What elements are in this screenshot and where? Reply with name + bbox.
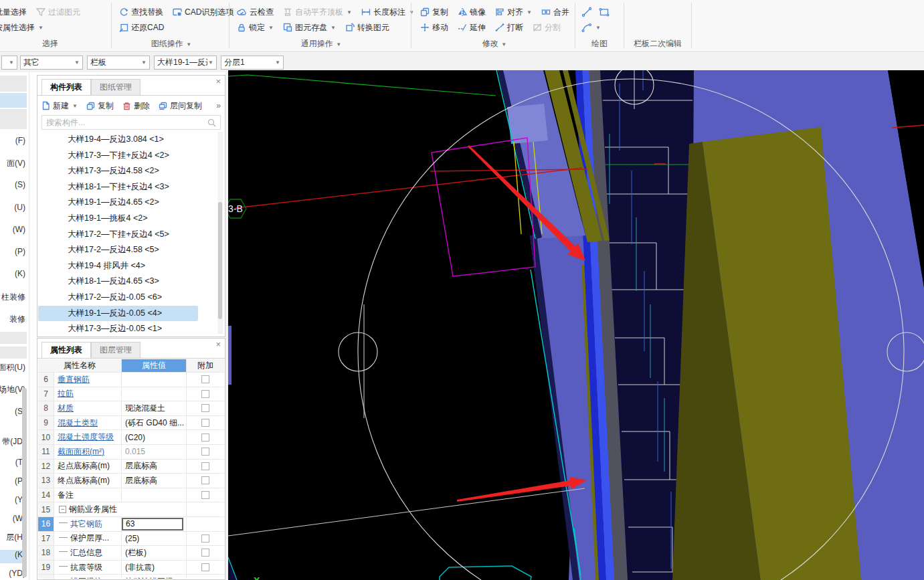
tab-drawing-management[interactable]: 图纸管理	[91, 79, 141, 95]
close-icon[interactable]: ×	[215, 340, 221, 349]
lock-button[interactable]: 锁定 ▼	[237, 22, 274, 33]
list-item[interactable]: 大样17-3—反边4.58 <2>	[38, 163, 215, 179]
list-item-selected[interactable]: 大样19-1—反边-0.05 <4>	[38, 306, 198, 322]
list-item[interactable]: 大样18-1—反边4.65 <3>	[38, 274, 215, 290]
nav-item[interactable]: 面积(U)	[0, 362, 27, 375]
checkbox[interactable]	[201, 476, 209, 484]
list-item[interactable]: 大样17-3—下挂+反边4 <2>	[38, 148, 215, 164]
element-type-dropdown[interactable]: 栏板 ▼	[87, 56, 150, 70]
collapse-icon[interactable]: −	[59, 506, 66, 513]
mini-dropdown[interactable]: ▼	[1, 56, 17, 70]
select-by-property-button[interactable]: 按属性选择 ▼	[0, 22, 43, 33]
mirror-button[interactable]: 镜像	[458, 7, 486, 18]
property-row[interactable]: 9 混凝土类型 (砾石 GD40 细...	[38, 416, 224, 431]
nav-group-header[interactable]	[0, 332, 27, 344]
tab-component-list[interactable]: 构件列表	[41, 79, 91, 95]
property-row[interactable]: 6 垂直钢筋	[38, 373, 224, 387]
extend-button[interactable]: 延伸	[458, 22, 486, 33]
list-item[interactable]: 大样17-2—反边-0.05 <6>	[38, 290, 215, 306]
header-property-value[interactable]: 属性值	[122, 359, 187, 372]
drawing-canvas[interactable]: 3-B X	[228, 70, 924, 580]
layer-dropdown[interactable]: 分层1 ▼	[221, 56, 284, 70]
checkbox[interactable]	[201, 390, 209, 398]
checkbox[interactable]	[201, 375, 209, 383]
nav-group-header[interactable]	[0, 347, 27, 359]
tab-property-list[interactable]: 属性列表	[41, 342, 91, 358]
delete-component-button[interactable]: 删除	[122, 100, 150, 112]
checkbox[interactable]	[201, 491, 209, 499]
checkbox[interactable]	[201, 563, 209, 571]
batch-select-button[interactable]: 批量选择	[0, 7, 27, 18]
list-item[interactable]: 大样19-1—挑板4 <2>	[38, 211, 215, 227]
interlayer-copy-button[interactable]: 层间复制	[159, 100, 202, 112]
property-row[interactable]: 20 锚固搭接 按默认锚固搭...	[38, 575, 224, 579]
category-dropdown[interactable]: 其它 ▼	[20, 56, 83, 70]
nav-item[interactable]: (W)	[0, 225, 27, 238]
checkbox[interactable]	[201, 462, 209, 470]
property-row[interactable]: 8 材质 现浇混凝土	[38, 401, 224, 416]
checkbox[interactable]	[201, 448, 209, 456]
element-save-button[interactable]: 图元存盘 ▼	[283, 22, 336, 33]
group-modify-label[interactable]: 修改 ▼	[415, 38, 574, 50]
checkbox[interactable]	[201, 404, 209, 412]
nav-item[interactable]: (K)	[0, 269, 27, 282]
list-item[interactable]: 大样17-2—反边4.58 <5>	[38, 242, 215, 258]
restore-cad-button[interactable]: 还原CAD	[119, 22, 164, 33]
nav-item[interactable]: 柱装修	[0, 292, 27, 305]
move-button[interactable]: 移动	[420, 22, 448, 33]
group-common-ops-label[interactable]: 通用操作 ▼	[232, 38, 411, 50]
tab-layer-management[interactable]: 图层管理	[91, 342, 141, 358]
nav-group-header[interactable]	[0, 76, 27, 92]
property-row[interactable]: 17 保护层厚... (25)	[38, 532, 224, 547]
property-row[interactable]: 10 混凝土强度等级 (C20)	[38, 430, 224, 445]
nav-item[interactable]: 面(V)	[0, 158, 27, 171]
property-row[interactable]: 19 抗震等级 (非抗震)	[38, 561, 224, 575]
length-annotation-button[interactable]: 长度标注 ▼	[361, 7, 414, 18]
copy-button[interactable]: 复制	[420, 7, 448, 18]
list-item[interactable]: 大样17-3—反边-0.05 <1>	[38, 321, 215, 336]
nav-item[interactable]: (F)	[0, 136, 27, 149]
property-row[interactable]: 11 截面面积(m²) 0.015	[38, 445, 224, 460]
nav-item[interactable]: (U)	[0, 203, 27, 216]
align-button[interactable]: 对齐 ▼	[495, 7, 532, 18]
nav-item[interactable]: 装修	[0, 314, 27, 327]
property-row-selected[interactable]: 16 其它钢筋 63	[38, 517, 224, 532]
line-tool-button[interactable]	[581, 7, 592, 17]
rectangle-tool-button[interactable]	[599, 7, 610, 17]
break-button[interactable]: 打断	[495, 22, 523, 33]
cad-recognize-options-button[interactable]: CAD识别选项	[173, 7, 234, 18]
nav-scrollbar[interactable]	[22, 388, 27, 577]
property-row[interactable]: 7 拉筋	[38, 387, 224, 402]
arc-tool-button[interactable]: ▼	[581, 22, 601, 33]
component-dropdown[interactable]: 大样19-1—反边 ▼	[154, 56, 217, 70]
component-list-scrollbar[interactable]	[217, 132, 223, 334]
list-item[interactable]: 大样19-4—反边3.084 <1>	[38, 132, 215, 148]
convert-element-button[interactable]: 转换图元	[345, 22, 389, 33]
nav-group-header[interactable]	[0, 109, 27, 129]
list-item[interactable]: 大样19-4 排风井 <4>	[38, 258, 215, 274]
list-item[interactable]: 大样19-1—反边4.65 <2>	[38, 195, 215, 211]
find-replace-button[interactable]: 查找替换	[119, 7, 163, 18]
merge-button[interactable]: 合并	[541, 7, 569, 18]
property-row[interactable]: 12 起点底标高(m) 层底标高	[38, 460, 224, 474]
scrollbar-thumb[interactable]	[218, 202, 222, 319]
list-item[interactable]: 大样18-1—下挂+反边4 <3>	[38, 179, 215, 195]
property-row[interactable]: 18 汇总信息 (栏板)	[38, 546, 224, 561]
nav-item[interactable]: (S)	[0, 180, 27, 193]
checkbox[interactable]	[201, 549, 209, 557]
component-search-box[interactable]: 搜索构件...	[41, 115, 221, 130]
nav-item[interactable]: (P)	[0, 247, 27, 260]
checkbox[interactable]	[201, 535, 209, 543]
property-row[interactable]: 13 终点底标高(m) 层底标高	[38, 474, 224, 488]
list-item[interactable]: 大样17-2—下挂+反边4 <5>	[38, 227, 215, 243]
property-row[interactable]: 14 备注	[38, 488, 224, 503]
nav-selected-row[interactable]	[0, 93, 27, 108]
close-icon[interactable]: ×	[215, 77, 221, 86]
other-rebar-input[interactable]: 63	[122, 518, 183, 530]
cloud-check-button[interactable]: 云检查	[237, 7, 274, 18]
copy-component-button[interactable]: 复制	[86, 100, 114, 112]
checkbox[interactable]	[201, 419, 209, 427]
group-drawing-ops-label[interactable]: 图纸操作 ▼	[114, 38, 229, 50]
checkbox[interactable]	[201, 433, 209, 442]
more-actions-button[interactable]: »	[216, 101, 221, 110]
